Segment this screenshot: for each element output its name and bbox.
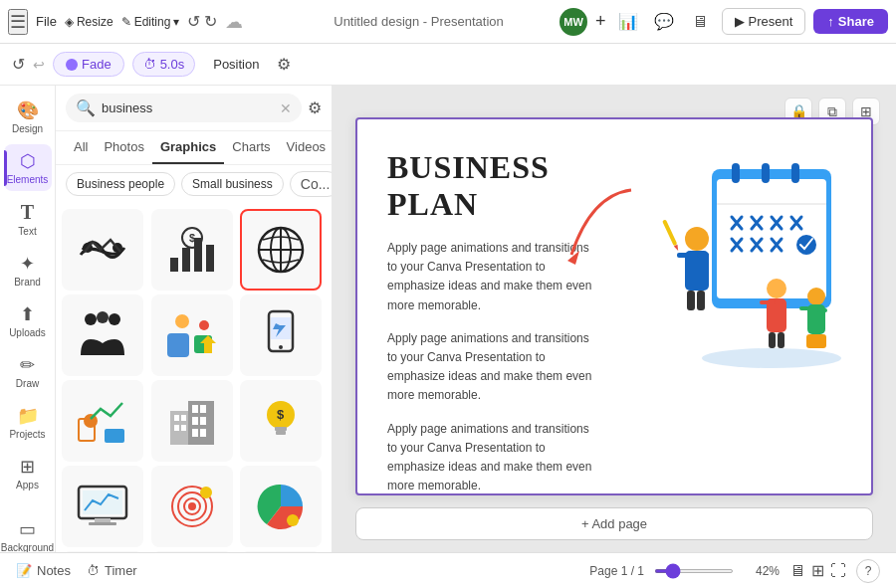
svg-rect-89 xyxy=(662,219,677,246)
sidebar-item-text[interactable]: T Text xyxy=(4,195,52,243)
sidebar-label-apps: Apps xyxy=(16,480,39,490)
slide-paragraph-3[interactable]: Apply page animations and transitions to… xyxy=(387,420,602,496)
bottom-right: Page 1 / 1 42% 🖥 ⊞ ⛶ ? xyxy=(589,559,880,583)
projects-icon: 📁 xyxy=(17,405,39,427)
text-icon: T xyxy=(21,201,34,224)
refresh-button[interactable]: ↺ xyxy=(12,55,25,74)
list-item[interactable] xyxy=(151,551,233,552)
brand-icon: ✦ xyxy=(20,253,35,275)
help-button[interactable]: ? xyxy=(856,559,880,583)
redo-button[interactable]: ↻ xyxy=(204,12,217,31)
svg-marker-90 xyxy=(674,245,680,252)
slide-paragraph-2[interactable]: Apply page animations and transitions to… xyxy=(387,329,602,406)
timer-button[interactable]: ⏱ Timer xyxy=(87,563,137,578)
sidebar-item-elements[interactable]: ⬡ Elements xyxy=(4,144,52,191)
menu-button[interactable]: ☰ xyxy=(8,9,28,35)
list-item[interactable] xyxy=(240,209,322,291)
sidebar-item-background[interactable]: ▭ Background xyxy=(4,512,52,552)
sidebar-item-draw[interactable]: ✏ Draw xyxy=(4,348,52,395)
editing-button[interactable]: ✎ Editing ▾ xyxy=(121,15,180,29)
add-page-button[interactable]: + Add page xyxy=(355,507,873,540)
monitor-chart-icon xyxy=(73,477,132,536)
list-item[interactable] xyxy=(62,209,143,291)
tab-graphics[interactable]: Graphics xyxy=(152,131,224,164)
duration-button[interactable]: ⏱ 5.0s xyxy=(132,52,196,77)
sidebar-label-text: Text xyxy=(18,226,36,237)
list-item[interactable] xyxy=(151,294,233,376)
search-input-wrap: 🔍 ✕ xyxy=(66,94,302,122)
grid-view-button[interactable]: ⊞ xyxy=(811,561,824,580)
sidebar-label-elements: Elements xyxy=(7,174,49,185)
team-meeting-icon xyxy=(73,305,132,365)
search-input[interactable] xyxy=(102,100,274,115)
page-info: Page 1 / 1 xyxy=(589,564,644,578)
sidebar-item-apps[interactable]: ⊞ Apps xyxy=(4,450,52,496)
zoom-slider[interactable] xyxy=(654,569,734,573)
file-menu-button[interactable]: File xyxy=(36,14,57,29)
business-growth-icon xyxy=(73,391,132,451)
svg-point-49 xyxy=(188,502,196,510)
creative-teamwork-icon xyxy=(162,305,222,365)
sidebar-label-background: Background xyxy=(1,542,54,552)
buildings-icon xyxy=(162,391,222,451)
add-collaborator-button[interactable]: + xyxy=(595,11,606,32)
svg-rect-30 xyxy=(181,425,186,431)
list-item[interactable] xyxy=(240,466,322,547)
list-item[interactable] xyxy=(62,551,143,552)
analytics-icon[interactable]: 📊 xyxy=(614,8,642,36)
comments-icon[interactable]: 💬 xyxy=(650,8,678,36)
elements-panel: 🔍 ✕ ⚙ All Photos Graphics Charts Videos … xyxy=(56,86,333,552)
desktop-view-button[interactable]: 🖥 xyxy=(789,561,805,580)
list-item[interactable] xyxy=(151,466,233,547)
slide-title[interactable]: BUSINESS PLAN xyxy=(387,149,602,223)
sidebar-label-draw: Draw xyxy=(16,378,39,389)
sidebar-item-uploads[interactable]: ⬆ Uploads xyxy=(4,297,52,344)
resize-button[interactable]: ◈ Resize xyxy=(65,15,113,29)
list-item[interactable] xyxy=(62,466,143,547)
list-item[interactable] xyxy=(151,380,233,462)
svg-rect-35 xyxy=(200,417,206,425)
chevron-down-icon: ▾ xyxy=(173,15,179,29)
tab-photos[interactable]: Photos xyxy=(96,131,151,164)
avatar[interactable]: MW xyxy=(560,8,587,36)
fade-animation-button[interactable]: Fade xyxy=(53,52,124,77)
list-item[interactable]: W xyxy=(240,551,322,552)
slide-paragraph-1[interactable]: Apply page animations and transitions to… xyxy=(387,239,602,315)
list-item[interactable] xyxy=(62,380,143,462)
svg-rect-101 xyxy=(806,334,826,348)
svg-point-91 xyxy=(767,279,786,298)
svg-rect-3 xyxy=(182,248,190,272)
document-title: Untitled design - Presentation xyxy=(334,14,504,29)
list-item[interactable]: $ xyxy=(151,209,233,291)
mobile-business-icon xyxy=(251,305,311,365)
position-button[interactable]: Position xyxy=(203,53,269,76)
chip-more[interactable]: Co... xyxy=(290,171,332,197)
fullscreen-button[interactable]: ⛶ xyxy=(830,561,846,580)
list-item[interactable] xyxy=(62,294,143,376)
target-icon xyxy=(162,477,222,536)
svg-point-13 xyxy=(97,311,109,323)
chip-small-business[interactable]: Small business xyxy=(181,172,284,196)
chip-business-people[interactable]: Business people xyxy=(66,172,175,196)
global-business-icon xyxy=(251,220,311,280)
handshake-icon xyxy=(73,220,132,280)
search-clear-button[interactable]: ✕ xyxy=(280,100,292,116)
undo-button[interactable]: ↺ xyxy=(187,12,200,31)
view-icon[interactable]: 🖥 xyxy=(686,8,714,36)
sidebar-item-projects[interactable]: 📁 Projects xyxy=(4,399,52,446)
list-item[interactable]: $ xyxy=(240,380,322,462)
notes-button[interactable]: 📝 Notes xyxy=(16,563,71,578)
tab-all[interactable]: All xyxy=(66,131,96,164)
share-button[interactable]: ↑ Share xyxy=(813,9,888,34)
tab-charts[interactable]: Charts xyxy=(224,131,278,164)
sidebar-item-design[interactable]: 🎨 Design xyxy=(4,94,52,140)
present-button[interactable]: ▶ Present xyxy=(722,8,806,35)
search-filter-button[interactable]: ⚙ xyxy=(308,98,322,117)
filter-icon[interactable]: ⚙ xyxy=(277,55,291,74)
toolbar-undo-button[interactable]: ↩ xyxy=(33,57,45,73)
sidebar-item-brand[interactable]: ✦ Brand xyxy=(4,247,52,294)
list-item[interactable] xyxy=(240,294,322,376)
tab-videos[interactable]: Videos xyxy=(279,131,332,164)
svg-rect-16 xyxy=(167,333,189,357)
clock-icon: ⏱ xyxy=(143,57,156,72)
